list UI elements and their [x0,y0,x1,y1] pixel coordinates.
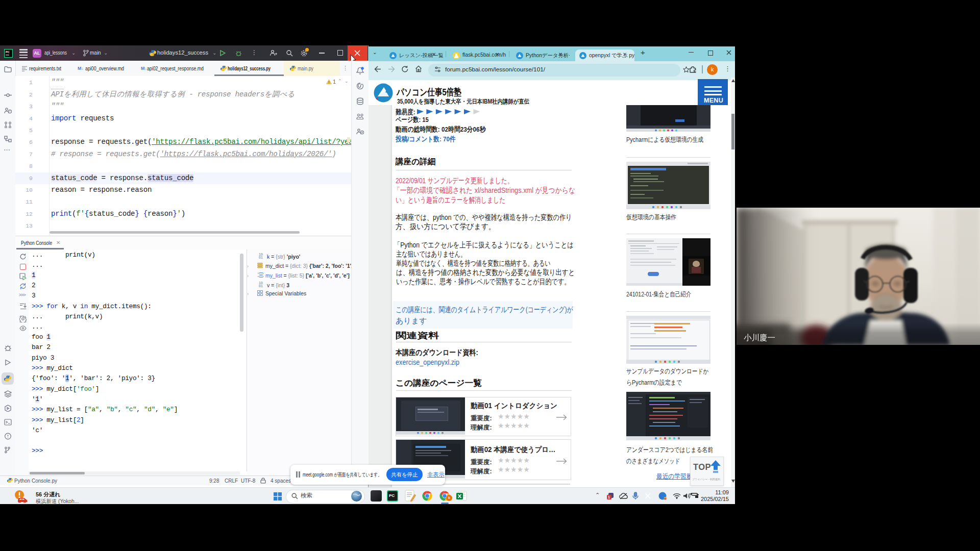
svg-text:PC: PC [6,51,10,54]
svg-text:小川慶一: 小川慶一 [744,333,775,342]
svg-text:1: 1 [608,495,610,499]
